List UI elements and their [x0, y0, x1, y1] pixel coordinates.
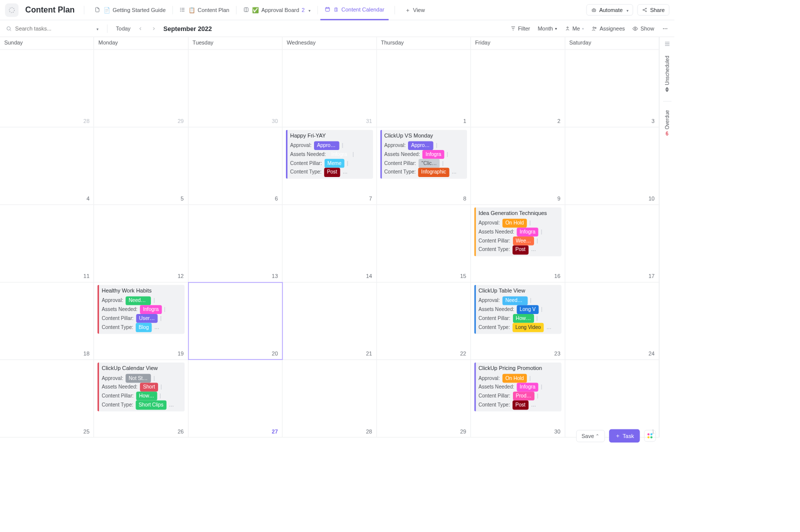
- more-icon[interactable]: …: [531, 246, 536, 254]
- search-icon: [6, 26, 12, 32]
- calendar-day[interactable]: 31: [282, 50, 376, 126]
- task-card[interactable]: Happy Fri-YAYApproval:Approved|Assets Ne…: [286, 130, 373, 178]
- search-box[interactable]: [6, 26, 98, 32]
- calendar-day[interactable]: 6: [188, 128, 282, 204]
- tag: On Hold: [502, 218, 527, 228]
- svg-point-0: [10, 8, 14, 12]
- weekday-header: Monday: [94, 37, 188, 49]
- svg-point-7: [593, 10, 594, 10]
- share-icon: [642, 7, 648, 12]
- calendar-day[interactable]: 14: [282, 205, 376, 282]
- task-card[interactable]: Idea Generation TechniquesApproval:On Ho…: [474, 208, 561, 256]
- share-button[interactable]: Share: [638, 4, 670, 16]
- calendar-day[interactable]: 5: [94, 128, 188, 204]
- calendar-day[interactable]: ClickUp VS MondayApproval:Approved|Asset…: [376, 128, 470, 204]
- tag: Prod…: [513, 392, 534, 400]
- calendar-day[interactable]: 13: [188, 205, 282, 282]
- calendar-day[interactable]: Happy Fri-YAYApproval:Approved|Assets Ne…: [282, 128, 376, 204]
- calendar-day[interactable]: 30: [188, 50, 282, 126]
- calendar-day[interactable]: 21: [282, 282, 376, 360]
- tag: Infographic: [418, 168, 449, 177]
- tab-emoji: 🗓: [334, 6, 339, 12]
- more-icon[interactable]: …: [452, 168, 456, 176]
- calendar-day[interactable]: 9: [471, 128, 565, 204]
- day-number: 15: [460, 273, 466, 280]
- calendar-day[interactable]: 1: [376, 50, 470, 126]
- calendar-day[interactable]: 28: [282, 360, 376, 437]
- task-card[interactable]: ClickUp VS MondayApproval:Approved|Asset…: [380, 130, 467, 178]
- tag: Short Clips: [136, 400, 166, 410]
- day-number: 30: [554, 428, 560, 434]
- weekday-header: Saturday: [565, 37, 659, 49]
- chevron-down-icon[interactable]: [96, 26, 99, 32]
- tab-getting-started-guide[interactable]: 📄Getting Started Guide: [90, 0, 170, 20]
- calendar-day[interactable]: 20: [188, 282, 282, 360]
- apps-button[interactable]: [644, 430, 656, 442]
- filter-button[interactable]: Filter: [510, 26, 530, 32]
- svg-point-2: [180, 10, 181, 10]
- more-icon[interactable]: …: [531, 401, 536, 409]
- today-button[interactable]: Today: [116, 26, 130, 32]
- calendar-day[interactable]: Healthy Work HabitsApproval:Needs Re…|As…: [94, 282, 188, 360]
- day-number: 11: [84, 273, 90, 280]
- calendar-day[interactable]: 2: [471, 50, 565, 126]
- calendar-day[interactable]: 17: [565, 205, 659, 282]
- calendar-day[interactable]: 29: [94, 50, 188, 126]
- calendar-day[interactable]: Idea Generation TechniquesApproval:On Ho…: [471, 205, 565, 282]
- space-icon[interactable]: [5, 3, 18, 16]
- calendar-day[interactable]: ClickUp Table ViewApproval:Needs Up…|Ass…: [471, 282, 565, 360]
- svg-point-13: [567, 27, 568, 28]
- calendar-day[interactable]: ClickUp Calendar ViewApproval:Not Starte…: [94, 360, 188, 437]
- new-task-button[interactable]: ＋ Task: [609, 429, 640, 442]
- task-card[interactable]: Healthy Work HabitsApproval:Needs Re…|As…: [98, 285, 184, 334]
- add-view[interactable]: ＋ View: [401, 0, 429, 20]
- calendar-day[interactable]: 29: [376, 360, 470, 437]
- calendar-day[interactable]: 22: [376, 282, 470, 360]
- tag: Wee…: [513, 236, 534, 246]
- more-icon[interactable]: …: [546, 324, 552, 332]
- period-select[interactable]: Month▾: [538, 26, 557, 32]
- search-input[interactable]: [15, 26, 92, 32]
- calendar-day[interactable]: 4: [0, 128, 94, 204]
- calendar-day[interactable]: ClickUp Pricing PromotionApproval:On Hol…: [471, 360, 565, 437]
- save-button[interactable]: Save ⌃: [576, 430, 605, 442]
- calendar-day[interactable]: 25: [0, 360, 94, 437]
- automate-button[interactable]: Automate: [586, 4, 633, 16]
- more-icon[interactable]: …: [154, 324, 159, 332]
- svg-point-9: [643, 10, 644, 10]
- task-card[interactable]: ClickUp Pricing PromotionApproval:On Hol…: [474, 362, 561, 411]
- calendar-day[interactable]: 15: [376, 205, 470, 282]
- day-number: 2: [558, 118, 560, 124]
- calendar-day[interactable]: 10: [565, 128, 659, 204]
- task-card[interactable]: ClickUp Calendar ViewApproval:Not Starte…: [98, 362, 184, 411]
- calendar-day[interactable]: 12: [94, 205, 188, 282]
- tag: Infogra: [140, 305, 162, 314]
- tab-approval-board[interactable]: ✅Approval Board2: [239, 0, 315, 20]
- list-icon[interactable]: [664, 40, 670, 47]
- more-icon[interactable]: …: [169, 401, 174, 409]
- assignees-filter[interactable]: Assignees: [592, 26, 625, 32]
- calendar-day[interactable]: 1: [565, 360, 659, 437]
- me-filter[interactable]: Me •: [565, 26, 584, 32]
- chevron-down-icon[interactable]: [308, 6, 311, 13]
- unscheduled-group[interactable]: Unscheduled 0: [664, 56, 670, 92]
- calendar-day[interactable]: 24: [565, 282, 659, 360]
- prev-month[interactable]: [136, 24, 144, 32]
- more-icon[interactable]: …: [342, 168, 348, 176]
- calendar-day[interactable]: 27: [188, 360, 282, 437]
- calendar-day[interactable]: 11: [0, 205, 94, 282]
- more-menu[interactable]: [662, 25, 668, 32]
- tab-type-icon: [94, 6, 101, 13]
- calendar-day[interactable]: 28: [0, 50, 94, 126]
- tab-content-plan[interactable]: 📋Content Plan: [176, 0, 234, 20]
- calendar-day[interactable]: 3: [565, 50, 659, 126]
- next-month[interactable]: [150, 24, 158, 32]
- tab-label: Approval Board: [262, 6, 300, 13]
- overdue-group[interactable]: Overdue 6: [664, 110, 670, 137]
- show-button[interactable]: Show: [632, 26, 654, 32]
- day-number: 28: [84, 118, 90, 124]
- calendar-day[interactable]: 18: [0, 282, 94, 360]
- task-card[interactable]: ClickUp Table ViewApproval:Needs Up…|Ass…: [474, 285, 561, 334]
- person-icon: [565, 26, 570, 31]
- tab-content-calendar[interactable]: 🗓Content Calendar: [320, 0, 388, 20]
